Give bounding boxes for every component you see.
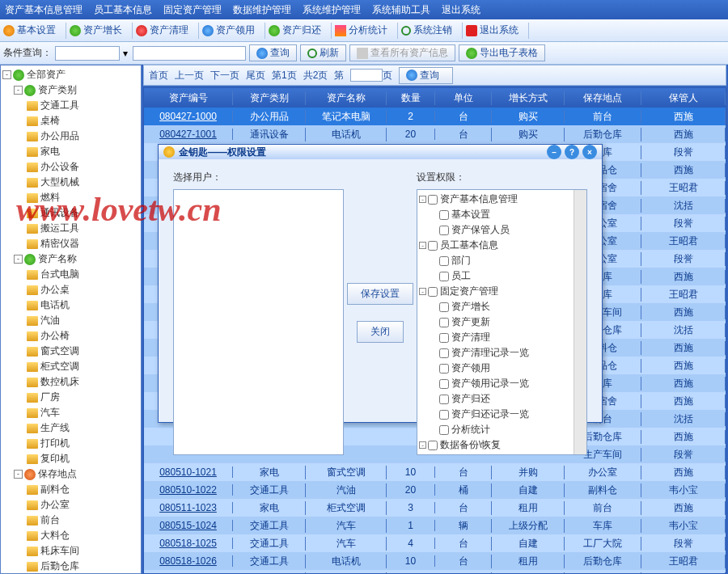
tree-item[interactable]: 桌椅 (2, 113, 139, 129)
help-button[interactable]: ? (565, 145, 579, 159)
perm-checkbox[interactable] (439, 302, 449, 312)
pager-goto-input[interactable] (350, 69, 383, 82)
tree-item[interactable]: 耗床车间 (2, 543, 139, 559)
perm-checkbox[interactable] (439, 256, 449, 266)
tree-item[interactable]: 柜式空调 (2, 359, 139, 374)
menu-item[interactable]: 系统辅助工具 (372, 3, 430, 17)
tree-item[interactable]: 搬运工具 (2, 221, 139, 236)
column-header[interactable]: 单位 (435, 91, 492, 105)
minimize-button[interactable]: – (547, 145, 561, 159)
search-input[interactable] (133, 46, 246, 61)
tree-root[interactable]: -全部资产 (2, 67, 139, 82)
perm-node[interactable]: 资产增长 (419, 299, 572, 314)
tree-item[interactable]: 交通工具 (2, 98, 139, 113)
tree-group[interactable]: -资产类别 (2, 82, 139, 98)
tree-item[interactable]: 窗式空调 (2, 344, 139, 359)
perm-node[interactable]: 员工 (419, 268, 572, 284)
tree-item[interactable]: 大型机械 (2, 175, 139, 190)
table-row[interactable]: 080427-1000办公用品笔记本电脑2台购买前台西施 (144, 108, 726, 125)
tree-item[interactable]: 办公设备 (2, 159, 139, 175)
perm-checkbox[interactable] (439, 210, 449, 220)
tree-item[interactable]: 精密仪器 (2, 236, 139, 251)
tree-group[interactable]: -保存地点 (2, 466, 139, 482)
export-button[interactable]: 导出电子表格 (459, 44, 545, 61)
tree-item[interactable]: 办公室 (2, 497, 139, 513)
tree-item[interactable]: 复印机 (2, 451, 139, 466)
tree-item[interactable]: 打印机 (2, 436, 139, 451)
table-row[interactable]: 080511-1023家电柜式空调3台租用前台西施 (144, 499, 726, 517)
asset-tree[interactable]: -全部资产-资产类别交通工具桌椅办公用品家电办公设备大型机械燃料通讯设备搬运工具… (1, 65, 141, 574)
search-combo[interactable] (55, 46, 120, 61)
tree-item[interactable]: 前台 (2, 513, 139, 528)
table-row[interactable]: 080510-1022交通工具汽油20桶自建副料仓韦小宝 (144, 481, 726, 499)
toolbar-资产增长[interactable]: 资产增长 (70, 23, 122, 37)
perm-listbox[interactable]: -资产基本信息管理基本设置资产保管人员-员工基本信息部门员工-固定资产管理资产增… (417, 189, 587, 455)
tree-item[interactable]: 数控机床 (2, 374, 139, 390)
toolbar-资产领用[interactable]: 资产领用 (202, 23, 255, 37)
tree-item[interactable]: 生产线 (2, 420, 139, 436)
perm-node[interactable]: 资产保管人员 (419, 222, 572, 238)
toolbar-退出系统[interactable]: 退出系统 (466, 23, 518, 37)
menu-item[interactable]: 退出系统 (442, 3, 480, 17)
tree-item[interactable]: 副料仓 (2, 482, 139, 497)
column-header[interactable]: 保管人 (641, 91, 726, 105)
table-row[interactable]: 080427-1001通讯设备电话机20台购买后勤仓库西施 (144, 125, 726, 143)
column-header[interactable]: 数量 (387, 91, 435, 105)
dialog-titlebar[interactable]: 金钥匙——权限设置 – ? × (159, 145, 602, 159)
close-dialog-button[interactable]: 关闭 (357, 321, 404, 343)
perm-checkbox[interactable] (428, 195, 438, 205)
tree-item[interactable]: 厂房 (2, 390, 139, 405)
tree-item[interactable]: 办公用品 (2, 129, 139, 144)
perm-tree[interactable]: -资产基本信息管理基本设置资产保管人员-员工基本信息部门员工-固定资产管理资产增… (417, 190, 574, 454)
tree-item[interactable]: 办公桌 (2, 282, 139, 298)
table-row[interactable]: 080518-1025交通工具汽车4台自建工厂大院段誉 (144, 534, 726, 552)
perm-node[interactable]: -固定资产管理 (419, 284, 572, 299)
tree-item[interactable]: 电话机 (2, 298, 139, 313)
tree-item[interactable]: 家电 (2, 144, 139, 159)
tree-group[interactable]: -资产名称 (2, 251, 139, 267)
perm-checkbox[interactable] (439, 395, 449, 404)
perm-node[interactable]: 资产更新 (419, 314, 572, 330)
perm-checkbox[interactable] (439, 379, 449, 389)
pager-first[interactable]: 首页 (149, 69, 168, 82)
tree-item[interactable]: 大料仓 (2, 528, 139, 543)
pager-next[interactable]: 下一页 (210, 69, 239, 82)
perm-node[interactable]: 资产归还记录一览 (419, 407, 572, 422)
table-row[interactable]: 080515-1024交通工具汽车1辆上级分配车库韦小宝 (144, 517, 726, 534)
tree-item[interactable]: 汽油 (2, 313, 139, 328)
tree-item[interactable]: 后勤仓库 (2, 559, 139, 574)
perm-checkbox[interactable] (439, 226, 449, 235)
table-row[interactable]: 080520-1027家电柜式空调5台抵债女宿舍王昭君 (144, 570, 726, 573)
menu-item[interactable]: 系统维护管理 (303, 3, 361, 17)
perm-checkbox[interactable] (439, 425, 449, 435)
perm-node[interactable]: 基本设置 (419, 207, 572, 222)
column-header[interactable]: 资产名称 (306, 91, 387, 105)
tree-item[interactable]: 汽车 (2, 405, 139, 420)
perm-checkbox[interactable] (439, 333, 449, 343)
table-row[interactable]: 080518-1026交通工具电话机10台租用后勤仓库王昭君 (144, 552, 726, 570)
tree-item[interactable]: 通讯设备 (2, 205, 139, 221)
perm-checkbox[interactable] (439, 410, 449, 420)
tree-item[interactable]: 燃料 (2, 190, 139, 205)
pager-last[interactable]: 尾页 (246, 69, 265, 82)
perm-node[interactable]: 资产清理 (419, 330, 572, 345)
column-header[interactable]: 保存地点 (565, 91, 641, 105)
menu-item[interactable]: 数据维护管理 (233, 3, 291, 17)
column-header[interactable]: 资产类别 (233, 91, 306, 105)
toolbar-资产归还[interactable]: 资产归还 (269, 23, 321, 37)
save-settings-button[interactable]: 保存设置 (347, 283, 413, 305)
search-button[interactable]: 查询 (249, 44, 297, 61)
perm-checkbox[interactable] (439, 364, 449, 374)
toolbar-系统注销[interactable]: 系统注销 (401, 23, 452, 37)
perm-node[interactable]: 部门 (419, 253, 572, 268)
perm-checkbox[interactable] (428, 287, 438, 297)
refresh-button[interactable]: 刷新 (300, 44, 346, 61)
menu-item[interactable]: 资产基本信息管理 (5, 3, 83, 17)
menu-item[interactable]: 固定资产管理 (163, 3, 222, 17)
toolbar-资产清理[interactable]: 资产清理 (136, 23, 188, 37)
toolbar-分析统计[interactable]: 分析统计 (335, 23, 387, 37)
perm-node[interactable]: 分析统计 (419, 422, 572, 437)
close-button[interactable]: × (582, 145, 597, 159)
perm-node[interactable]: -数据备份\恢复 (419, 437, 572, 453)
perm-checkbox[interactable] (439, 272, 449, 281)
